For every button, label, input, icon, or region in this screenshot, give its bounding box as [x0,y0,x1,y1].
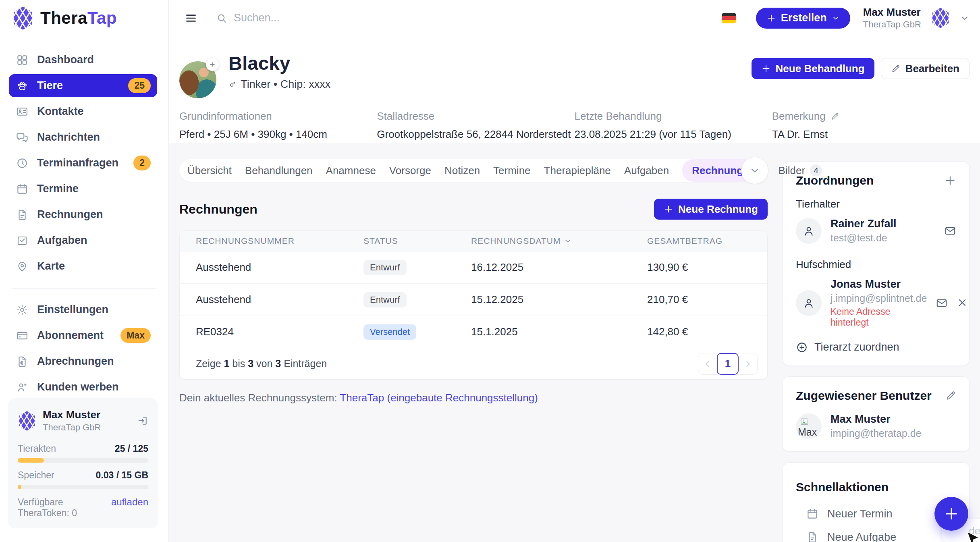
sidebar-nav: Dashboard Tiere25 Kontakte Nachrichten T… [0,36,168,278]
mail-icon[interactable] [936,297,948,309]
invoice-system-link[interactable]: TheraTap (eingebaute Rechnungsstellung) [340,392,538,404]
bilder-count-badge: 4 [810,164,822,177]
quick-action-label: Neuer Termin [827,508,893,520]
invoices-table: Rechnungsnummer Status Rechnungsdatum Ge… [179,231,768,380]
table-row[interactable]: Ausstehend Entwurf 16.12.2025 130,90 € [180,251,767,283]
invoice-amount: 210,70 € [647,293,767,306]
add-photo-button[interactable] [206,58,219,71]
quick-action-neuer-termin[interactable]: Neuer Termin [796,502,956,525]
avatar-alt-text: Max [798,426,817,438]
table-footer: Zeige 1 bis 3 von 3 Einträgen 1 [180,348,767,379]
create-button[interactable]: Erstellen [756,8,850,29]
invoice-amount: 130,90 € [647,261,767,274]
sidebar-item-einstellungen[interactable]: Einstellungen [9,298,157,321]
mail-icon[interactable] [944,225,956,237]
document-icon [16,209,28,221]
patient-tabs: Übersicht Behandlungen Anamnese Vorsorge… [179,159,747,182]
brand-logo[interactable]: TheraTap [0,0,168,36]
sidebar-item-karte[interactable]: Karte [9,255,157,278]
patient-subtitle: ♂ Tinker • Chip: xxxx [228,78,330,91]
sidebar-item-termine[interactable]: Termine [9,177,157,200]
document-icon [806,531,818,542]
edit-button[interactable]: Bearbeiten [881,58,970,79]
sidebar-item-abonnement[interactable]: AbonnementMax [9,324,157,347]
pagination-prev-button[interactable] [698,353,717,375]
assign-vet-button[interactable]: Tierarzt zuordnen [796,341,956,353]
topbar-user[interactable]: Max Muster TheraTap GbR [863,6,921,30]
logout-icon[interactable] [137,415,148,426]
pencil-icon[interactable] [831,112,839,121]
user-org: TheraTap GbR [43,422,101,433]
pagination-page-1[interactable]: 1 [717,353,739,375]
tab-termine[interactable]: Termine [493,164,530,177]
sidebar-item-aufgaben[interactable]: Aufgaben [9,229,157,252]
patient-info-row: Grundinformationen Pferd • 25J 6M • 390k… [179,101,970,143]
tab-therapieplaene[interactable]: Therapiepläne [544,164,611,177]
person-avatar [796,218,822,244]
new-treatment-button[interactable]: Neue Behandlung [752,58,874,79]
sidebar-secondary-nav: Einstellungen AbonnementMax Abrechnungen… [0,289,168,399]
account-chevron-down-icon[interactable] [960,13,970,23]
info-grundinformationen: Grundinformationen Pferd • 25J 6M • 390k… [179,110,377,143]
tab-notizen[interactable]: Notizen [444,164,480,177]
sidebar-item-tiere[interactable]: Tiere25 [9,74,157,97]
entries-summary: Zeige 1 bis 3 von 3 Einträgen [196,358,327,370]
new-invoice-button[interactable]: Neue Rechnung [654,199,768,220]
sidebar-item-nachrichten[interactable]: Nachrichten [9,126,157,149]
user-avatar-logo[interactable] [931,7,950,29]
sidebar-item-label: Tiere [37,79,63,92]
person-email: imping@theratap.de [831,428,922,439]
sidebar-item-dashboard[interactable]: Dashboard [9,48,157,71]
broken-image-icon [801,418,810,426]
credit-card-icon [16,330,28,342]
sidebar-user-card: Max Muster TheraTap GbR Tierakten25 / 12… [8,398,158,528]
sidebar-item-label: Aufgaben [37,234,87,247]
remove-x-icon[interactable] [957,297,968,308]
tab-bilder[interactable]: Bilder4 [779,164,822,177]
sidebar-item-abrechnungen[interactable]: Abrechnungen [9,350,157,373]
role-tierhalter: Tierhalter [796,198,956,210]
language-flag-german[interactable] [722,13,736,23]
sidebar-item-kontakte[interactable]: Kontakte [9,100,157,123]
tab-bilder-label: Bilder [779,164,805,177]
calendar-icon [806,508,818,520]
table-row[interactable]: RE0324 Versendet 15.1.2025 142,80 € [180,316,767,348]
col-rechnungsdatum[interactable]: Rechnungsdatum [471,236,647,246]
user-name: Max Muster [43,409,101,421]
aufladen-link[interactable]: aufladen [111,496,148,508]
pencil-icon[interactable] [945,390,956,401]
chevron-left-icon [703,359,712,369]
tab-behandlungen[interactable]: Behandlungen [245,164,313,177]
tabs-expand-button[interactable] [741,157,768,184]
hamburger-menu-icon[interactable] [185,12,197,25]
gender-male-icon: ♂ [228,78,237,91]
pagination-next-button[interactable] [739,353,757,375]
sidebar-item-rechnungen[interactable]: Rechnungen [9,203,157,226]
sidebar-item-kunden-werben[interactable]: Kunden werben [9,376,157,399]
info-letzte-behandlung: Letzte Behandlung 23.08.2025 21:29 (vor … [575,110,772,143]
tab-uebersicht[interactable]: Übersicht [187,164,232,177]
table-row[interactable]: Ausstehend Entwurf 15.12.2025 210,70 € [180,283,767,316]
sidebar-item-label: Termine [37,183,79,195]
search-input[interactable] [234,12,403,24]
status-badge: Entwurf [363,292,407,307]
speicher-progressbar [18,485,148,489]
info-label: Bemerkung [772,110,826,123]
person-row: Rainer Zufall test@test.de [796,218,956,244]
patient-avatar[interactable] [179,61,216,98]
checkbox-icon [16,235,28,247]
tab-vorsorge[interactable]: Vorsorge [389,164,431,177]
chevron-right-icon [743,359,753,369]
quick-action-neue-aufgabe[interactable]: Neue Aufgabe [796,525,956,542]
person-name: Jonas Muster [831,278,927,291]
sidebar-item-terminanfragen[interactable]: Terminanfragen2 [9,152,157,174]
person-row: Jonas Muster j.imping@splintnet.de Keine… [796,278,956,328]
sidebar-item-label: Abrechnungen [37,355,114,368]
tab-anamnese[interactable]: Anamnese [326,164,376,177]
info-label: Stalladresse [377,110,574,123]
floating-add-button[interactable] [934,497,968,531]
topbar-user-name: Max Muster [863,6,921,19]
add-assignment-plus-icon[interactable] [944,174,956,187]
tab-aufgaben[interactable]: Aufgaben [624,164,669,177]
circle-plus-icon [796,341,808,353]
